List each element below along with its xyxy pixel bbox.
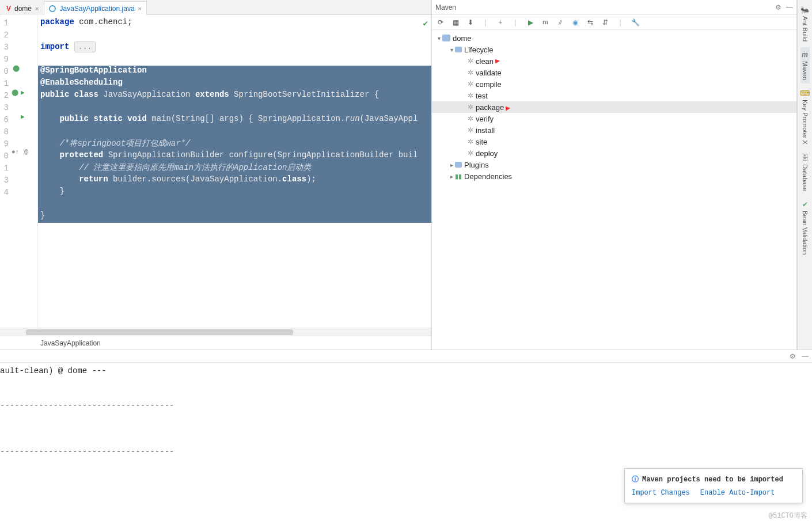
inspection-ok-icon: ✔: [423, 18, 428, 28]
expand-icon[interactable]: ⇆: [585, 17, 595, 28]
lifecycle-item-deploy[interactable]: ✲deploy: [432, 147, 796, 159]
toggle-offline-icon[interactable]: ⫽: [555, 17, 566, 28]
key-icon: ⌨: [800, 89, 810, 97]
line-gutter: 123901236890134: [0, 15, 10, 328]
tab-label: JavaSayApplication.java: [59, 5, 134, 13]
maven-icon: m: [802, 51, 808, 59]
gear-icon: ✲: [468, 57, 473, 65]
close-icon[interactable]: ×: [138, 5, 142, 12]
collapse-icon[interactable]: ⇵: [600, 17, 610, 28]
skip-tests-icon[interactable]: ◉: [570, 17, 580, 28]
tool-key-promoter[interactable]: ⌨Key Promoter X: [799, 86, 811, 148]
generate-icon[interactable]: ▦: [450, 17, 461, 28]
maven-goal-icon[interactable]: m: [540, 17, 551, 28]
reload-icon[interactable]: ⟳: [435, 17, 446, 28]
settings-icon[interactable]: ⚙: [790, 352, 796, 360]
bean-icon: ✔: [802, 200, 808, 208]
lifecycle-node[interactable]: ▾ Lifecycle: [432, 44, 796, 55]
import-changes-link[interactable]: Import Changes: [632, 489, 690, 497]
editor-h-scrollbar[interactable]: [0, 328, 431, 336]
wrench-icon[interactable]: 🔧: [630, 17, 640, 28]
close-icon[interactable]: ×: [35, 5, 39, 12]
folded-imports[interactable]: ...: [74, 41, 96, 52]
import-notification: ⓘ Maven projects need to be imported Imp…: [624, 468, 803, 503]
enable-auto-import-link[interactable]: Enable Auto-Import: [700, 489, 775, 497]
gear-icon: ✲: [468, 103, 473, 111]
lifecycle-item-validate[interactable]: ✲validate: [432, 67, 796, 78]
gear-icon: ✲: [468, 138, 473, 146]
run-gutter-icon[interactable]: ▶: [21, 113, 25, 120]
spring-icon: ⬤: [13, 64, 20, 72]
gear-icon: ✲: [468, 80, 473, 88]
dependencies-icon: ▮▮: [455, 173, 462, 180]
console-output[interactable]: ault-clean) @ dome --- -----------------…: [0, 363, 812, 524]
download-icon[interactable]: ⬇: [465, 17, 476, 28]
plugins-node[interactable]: ▸ Plugins: [432, 159, 796, 170]
maven-title: Maven: [435, 3, 456, 12]
gear-icon: ✲: [468, 126, 473, 134]
editor-tabs: V dome × JavaSayApplication.java ×: [0, 0, 431, 15]
lifecycle-item-site[interactable]: ✲site: [432, 136, 796, 147]
nav-class[interactable]: JavaSayApplication: [40, 339, 101, 347]
lifecycle-item-install[interactable]: ✲install: [432, 124, 796, 136]
tab-label: dome: [14, 5, 32, 13]
minimize-icon[interactable]: —: [802, 352, 809, 360]
tab-dome[interactable]: V dome ×: [1, 1, 44, 15]
settings-icon[interactable]: ⚙: [775, 3, 781, 12]
lifecycle-label: Lifecycle: [464, 45, 494, 54]
run-gutter-icon[interactable]: ▶: [21, 89, 25, 96]
code-area[interactable]: ✔ package com.chenci; import ... @Spring…: [38, 15, 431, 328]
dependencies-node[interactable]: ▸▮▮ Dependencies: [432, 170, 796, 182]
vue-icon: V: [6, 5, 11, 13]
notification-title: Maven projects need to be imported: [642, 476, 783, 484]
maven-header: Maven ⚙ —: [432, 0, 796, 15]
tool-maven[interactable]: mMaven: [800, 47, 810, 83]
editor-panel: V dome × JavaSayApplication.java × 12390…: [0, 0, 432, 350]
console-line: ------------------------------------: [0, 447, 812, 458]
lifecycle-item-test[interactable]: ✲test: [432, 90, 796, 101]
gear-icon: ✲: [468, 115, 473, 123]
tool-bean-validation[interactable]: ✔Bean Validation: [800, 197, 810, 258]
plugins-label: Plugins: [464, 161, 489, 169]
database-icon: 🗄: [802, 154, 809, 162]
gear-icon: ✲: [468, 149, 473, 157]
project-node[interactable]: ▾ dome: [432, 32, 796, 44]
tool-ant-build[interactable]: 🐜Ant Build: [799, 2, 810, 45]
console-panel: ⚙ — ault-clean) @ dome --- -------------…: [0, 350, 812, 524]
dependencies-label: Dependencies: [464, 172, 512, 181]
maven-panel: Maven ⚙ — ⟳ ▦ ⬇ | ＋ | ▶ m ⫽ ◉ ⇆ ⇵ |: [432, 0, 797, 350]
lifecycle-item-clean[interactable]: ✲clean: [432, 55, 796, 67]
tool-database[interactable]: 🗄Database: [800, 150, 810, 195]
watermark: @51CTO博客: [769, 511, 807, 521]
ant-icon: 🐜: [800, 6, 809, 14]
impl-icon: ●↑: [12, 149, 19, 155]
at-icon: @: [24, 149, 28, 155]
java-class-icon: [49, 5, 56, 12]
info-icon: ⓘ: [632, 474, 639, 484]
run-icon[interactable]: ▶: [525, 17, 536, 28]
console-line: ------------------------------------: [0, 401, 812, 412]
project-label: dome: [453, 34, 472, 43]
lifecycle-item-verify[interactable]: ✲verify: [432, 113, 796, 124]
gear-icon: ✲: [468, 92, 473, 100]
gutter-marks: ⬤ ⬤ ▶ ▶ ●↑ @: [10, 15, 38, 328]
lifecycle-item-package[interactable]: ✲package: [432, 101, 796, 113]
lifecycle-item-compile[interactable]: ✲compile: [432, 78, 796, 90]
right-tool-strip: 🐜Ant Build mMaven ⌨Key Promoter X 🗄Datab…: [797, 0, 812, 350]
add-icon[interactable]: ＋: [495, 17, 506, 28]
maven-toolbar: ⟳ ▦ ⬇ | ＋ | ▶ m ⫽ ◉ ⇆ ⇵ | 🔧: [432, 15, 796, 30]
minimize-icon[interactable]: —: [786, 3, 793, 12]
editor-status-bar: JavaSayApplication: [0, 336, 431, 350]
gear-icon: ✲: [468, 69, 473, 77]
override-icon: ⬤: [12, 89, 18, 96]
console-line: ault-clean) @ dome ---: [0, 366, 812, 378]
editor-body[interactable]: 123901236890134 ⬤ ⬤ ▶ ▶ ●↑ @ ✔ package c…: [0, 15, 431, 328]
tab-java-app[interactable]: JavaSayApplication.java ×: [44, 1, 147, 15]
maven-tree[interactable]: ▾ dome ▾ Lifecycle ✲clean ✲validate ✲com…: [432, 30, 796, 350]
console-header: ⚙ —: [0, 350, 812, 363]
